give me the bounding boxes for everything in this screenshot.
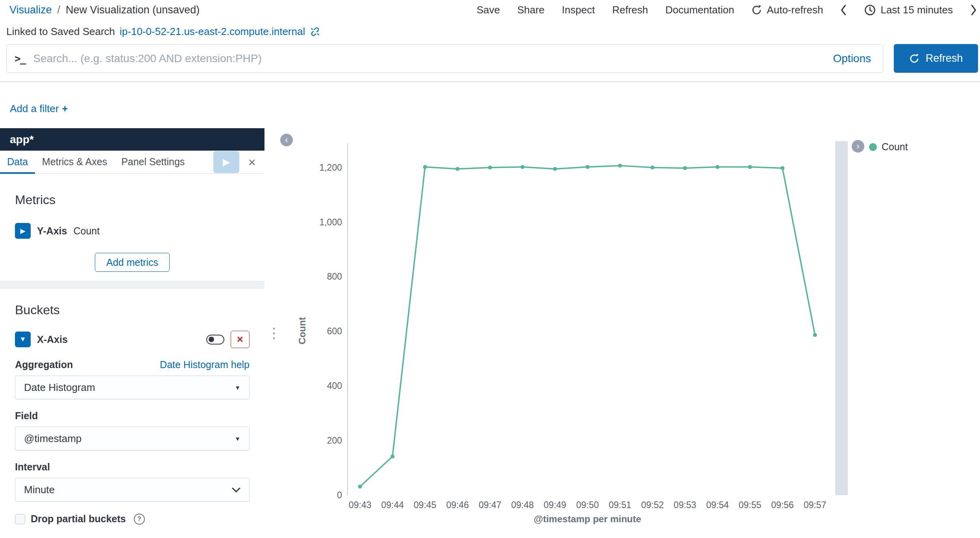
- interval-label: Interval: [15, 461, 50, 473]
- bucket-label: X-Axis: [37, 334, 68, 345]
- svg-text:1,000: 1,000: [319, 217, 342, 227]
- drop-partial-buckets-label: Drop partial buckets: [31, 513, 126, 525]
- expand-metric-button[interactable]: ▶: [15, 223, 31, 239]
- svg-text:09:51: 09:51: [608, 500, 631, 510]
- add-filter-button[interactable]: Add a filter+: [10, 103, 68, 114]
- svg-text:09:53: 09:53: [674, 500, 697, 510]
- apply-changes-button[interactable]: ▶: [213, 151, 239, 173]
- tab-metrics-axes[interactable]: Metrics & Axes: [35, 151, 114, 174]
- svg-text:09:43: 09:43: [349, 500, 372, 510]
- chevron-left-icon: [840, 4, 847, 16]
- svg-text:09:48: 09:48: [511, 500, 534, 510]
- remove-bucket-button[interactable]: ×: [231, 331, 250, 348]
- svg-text:600: 600: [327, 326, 342, 336]
- bucket-enabled-toggle[interactable]: [206, 335, 224, 345]
- top-bar: Visualize / New Visualization (unsaved) …: [0, 0, 980, 19]
- field-label: Field: [15, 410, 38, 422]
- search-input[interactable]: [33, 52, 833, 65]
- time-forward-button[interactable]: [970, 4, 977, 16]
- svg-text:1,200: 1,200: [319, 162, 342, 173]
- play-icon: ▶: [223, 157, 230, 168]
- section-divider: [0, 281, 264, 289]
- add-metrics-button[interactable]: Add metrics: [95, 253, 170, 272]
- buckets-section: Buckets ▼ X-Axis × Aggregation Date Hist…: [0, 289, 264, 538]
- aggregation-label-row: Aggregation Date Histogram help: [15, 359, 250, 370]
- refresh-icon: [909, 53, 919, 64]
- clock-icon: [864, 4, 876, 16]
- query-options-link[interactable]: Options: [833, 52, 871, 65]
- chart-legend: Count: [869, 141, 908, 153]
- chart-scrollbar[interactable]: [835, 141, 848, 495]
- tab-data[interactable]: Data: [0, 151, 35, 174]
- drop-partial-buckets-checkbox[interactable]: [15, 514, 25, 524]
- tab-panel-settings[interactable]: Panel Settings: [114, 151, 192, 174]
- plus-icon: +: [62, 103, 68, 114]
- breadcrumb-visualize-link[interactable]: Visualize: [9, 4, 52, 16]
- field-select[interactable]: @timestamp ▼: [15, 427, 250, 450]
- query-prompt-icon: >_: [15, 53, 25, 64]
- time-back-button[interactable]: [840, 4, 847, 16]
- svg-text:09:45: 09:45: [414, 500, 436, 510]
- caret-down-icon: ▼: [235, 384, 240, 391]
- legend-series-label[interactable]: Count: [882, 141, 908, 153]
- save-button[interactable]: Save: [477, 4, 500, 16]
- svg-text:09:47: 09:47: [479, 500, 501, 510]
- svg-text:09:55: 09:55: [739, 500, 762, 510]
- auto-refresh-button[interactable]: Auto-refresh: [751, 4, 823, 16]
- svg-text:09:54: 09:54: [706, 500, 729, 510]
- unlink-icon[interactable]: [310, 26, 320, 37]
- collapse-bucket-button[interactable]: ▼: [15, 332, 31, 347]
- interval-label-row: Interval: [15, 461, 250, 473]
- svg-text:800: 800: [327, 271, 342, 282]
- y-axis-metric-row: ▶ Y-Axis Count: [15, 223, 250, 239]
- svg-text:09:44: 09:44: [381, 500, 404, 510]
- metric-value: Count: [73, 225, 100, 237]
- legend-toggle-button[interactable]: ›: [852, 140, 864, 153]
- inspect-button[interactable]: Inspect: [562, 4, 595, 16]
- svg-text:200: 200: [327, 435, 342, 446]
- linked-saved-search-row: Linked to Saved Search ip-10-0-52-21.us-…: [0, 19, 980, 39]
- documentation-button[interactable]: Documentation: [665, 4, 734, 16]
- breadcrumb-current: New Visualization (unsaved): [66, 4, 200, 16]
- visualize-editor: app* Data Metrics & Axes Panel Settings …: [0, 128, 980, 538]
- discard-changes-icon[interactable]: ×: [239, 155, 264, 170]
- buckets-heading: Buckets: [15, 289, 250, 317]
- refresh-nav-button[interactable]: Refresh: [612, 4, 648, 16]
- svg-text:09:46: 09:46: [446, 500, 469, 510]
- top-nav: Save Share Inspect Refresh Documentation…: [477, 4, 977, 16]
- arrow-down-icon: ▼: [20, 335, 26, 343]
- visualization-chart-area: ‹ 02004006008001,0001,20009:4309:4409:45…: [276, 128, 980, 538]
- time-range-picker[interactable]: Last 15 minutes: [864, 4, 953, 16]
- svg-text:09:56: 09:56: [771, 500, 794, 510]
- metric-label: Y-Axis: [37, 225, 67, 237]
- search-box[interactable]: >_ Options: [6, 44, 883, 73]
- sidebar-resize-handle[interactable]: ⋮: [264, 128, 276, 538]
- vis-editor-sidebar: app* Data Metrics & Axes Panel Settings …: [0, 128, 264, 538]
- aggregation-select[interactable]: Date Histogram ▼: [15, 376, 250, 399]
- breadcrumb: Visualize / New Visualization (unsaved): [9, 4, 200, 16]
- svg-text:@timestamp per minute: @timestamp per minute: [534, 514, 641, 524]
- field-label-row: Field: [15, 410, 250, 422]
- chevron-down-icon: [232, 487, 240, 492]
- drop-partial-buckets-row: Drop partial buckets ?: [15, 513, 250, 525]
- line-chart[interactable]: 02004006008001,0001,20009:4309:4409:4509…: [276, 128, 851, 538]
- interval-select[interactable]: Minute: [15, 478, 250, 501]
- svg-text:09:50: 09:50: [576, 500, 599, 510]
- metrics-heading: Metrics: [15, 174, 250, 207]
- date-histogram-help-link[interactable]: Date Histogram help: [160, 359, 250, 370]
- refresh-query-button[interactable]: Refresh: [894, 44, 978, 73]
- toggle-knob: [209, 337, 214, 342]
- sidebar-tabs: Data Metrics & Axes Panel Settings ▶ ×: [0, 151, 264, 174]
- svg-text:0: 0: [337, 490, 342, 500]
- x-axis-bucket-row: ▼ X-Axis ×: [15, 331, 250, 348]
- share-button[interactable]: Share: [517, 4, 544, 16]
- help-icon[interactable]: ?: [134, 514, 145, 525]
- auto-refresh-icon: [751, 5, 762, 15]
- saved-search-link[interactable]: ip-10-0-52-21.us-east-2.compute.internal: [120, 26, 305, 38]
- metrics-section: Metrics ▶ Y-Axis Count Add metrics: [0, 174, 264, 281]
- arrow-right-icon: ▶: [20, 227, 25, 235]
- breadcrumb-separator: /: [57, 4, 61, 16]
- svg-text:09:52: 09:52: [641, 500, 664, 510]
- filter-bar: Add a filter+: [0, 82, 980, 128]
- svg-text:09:49: 09:49: [544, 500, 566, 510]
